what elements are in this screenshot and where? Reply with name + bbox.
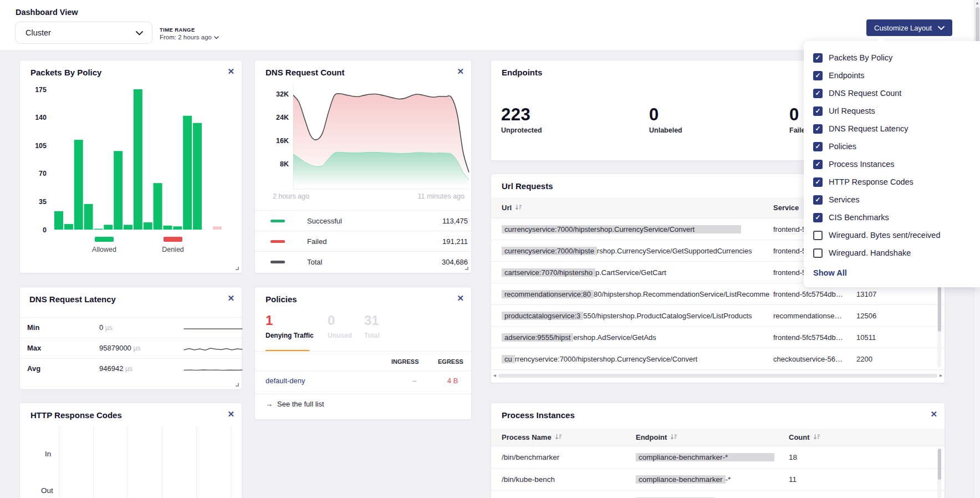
legend-row-failed: Failed 191,211: [255, 231, 471, 251]
table-vertical-scrollbar[interactable]: [937, 449, 941, 498]
checkbox[interactable]: [813, 142, 823, 151]
scroll-right-icon[interactable]: ▸: [940, 373, 942, 378]
scrollbar-track[interactable]: [498, 374, 937, 378]
scrollbar-thumb[interactable]: [938, 449, 941, 480]
svg-text:24K: 24K: [276, 114, 289, 121]
checkbox[interactable]: [813, 248, 823, 258]
url-table-row[interactable]: productcatalogservice:3550/hipstershop.P…: [491, 305, 945, 327]
http-codes-chart: [59, 426, 234, 498]
url-highlight: adservice:9555/hipst: [502, 333, 573, 342]
resize-handle[interactable]: [236, 267, 239, 270]
panel-http-response-codes: HTTP Response Codes ✕ In Out: [19, 403, 242, 498]
checkbox[interactable]: [813, 177, 823, 187]
checkbox[interactable]: [813, 89, 823, 98]
process-table-row[interactable]: /bin/benchmarker compliance-benchmarker-…: [491, 446, 945, 469]
customize-layout-button[interactable]: Customize Layout: [866, 19, 952, 36]
column-header-ingress: INGRESS: [391, 358, 419, 365]
checkbox[interactable]: [813, 124, 823, 134]
time-range-value[interactable]: From: 2 hours ago: [160, 34, 219, 40]
panel-title: Policies: [266, 294, 297, 304]
checkbox[interactable]: [813, 160, 823, 169]
scroll-up-icon[interactable]: ▲: [975, 1, 979, 6]
menu-item-process-instances[interactable]: Process Instances: [813, 155, 980, 173]
checkbox[interactable]: [813, 213, 823, 222]
sort-icon: [515, 204, 522, 212]
checkbox[interactable]: [813, 231, 823, 240]
url-table-row[interactable]: adservice:9555/hipstershop.AdService/Get…: [491, 327, 945, 348]
view-selector-dropdown[interactable]: Cluster: [15, 22, 152, 44]
svg-text:70: 70: [39, 170, 47, 177]
menu-item-endpoints[interactable]: Endpoints: [813, 67, 980, 84]
svg-text:8K: 8K: [280, 160, 289, 168]
url-highlight: currencyservice:7000/hipstershop.Currenc…: [502, 225, 741, 233]
menu-item-policies[interactable]: Policies: [813, 138, 980, 155]
panel-policies: Policies ✕ 1 Denying Traffic 0 Unused 31…: [254, 287, 472, 420]
url-table-row[interactable]: currencyservice:7000/hipstershop.Currenc…: [491, 348, 945, 370]
svg-text:32K: 32K: [276, 90, 289, 98]
url-highlight: cu: [502, 355, 515, 363]
close-icon[interactable]: ✕: [227, 409, 234, 420]
resize-handle[interactable]: [465, 267, 468, 270]
legend-swatch-denied: [164, 237, 182, 242]
time-range-label: TIME RANGE: [160, 27, 219, 33]
process-table-row[interactable]: /bin/kube-bench compliance-benchmarker-*…: [491, 469, 945, 491]
endpoint-highlight: compliance-benchmarker-*: [636, 453, 774, 461]
close-icon[interactable]: ✕: [227, 66, 234, 77]
x-axis-label-end: 11 minutes ago: [417, 192, 465, 200]
checkbox[interactable]: [813, 106, 823, 116]
url-highlight: productcatalogservice:3: [502, 312, 583, 320]
service-cell: frontend-5fc5754db…: [773, 290, 856, 298]
close-icon[interactable]: ✕: [930, 409, 937, 420]
column-header-egress: EGRESS: [438, 358, 463, 365]
menu-item-services[interactable]: Services: [813, 191, 980, 209]
tab-unused[interactable]: 0 Unused: [328, 313, 352, 339]
checkbox[interactable]: [813, 53, 823, 63]
panel-title: HTTP Response Codes: [30, 410, 122, 420]
count-cell: 11: [789, 475, 945, 484]
tab-denying-traffic[interactable]: 1 Denying Traffic: [266, 313, 314, 339]
see-full-list-link[interactable]: → See the full list: [266, 400, 324, 408]
menu-item-dns-request-count[interactable]: DNS Request Count: [813, 84, 980, 102]
legend-swatch-total: [270, 261, 285, 263]
menu-item-packets-by-policy[interactable]: Packets By Policy: [813, 49, 980, 67]
close-icon[interactable]: ✕: [457, 66, 464, 77]
show-all-link[interactable]: Show All: [813, 268, 980, 277]
resize-handle[interactable]: [236, 383, 239, 387]
time-range-control: TIME RANGE From: 2 hours ago: [160, 27, 219, 40]
menu-item-wireguard-handshake[interactable]: Wireguard. Handshake: [813, 244, 980, 262]
url-highlight: cartservice:7070/hipstersho: [502, 268, 595, 277]
service-cell: recommendationse…: [773, 312, 856, 320]
close-icon[interactable]: ✕: [227, 293, 234, 304]
menu-item-wireguard-bytes[interactable]: Wireguard. Bytes sent/received: [813, 226, 980, 244]
menu-item-url-requests[interactable]: Url Requests: [813, 102, 980, 120]
column-header-process-name[interactable]: Process Name: [491, 433, 636, 442]
panel-dns-request-latency: DNS Request Latency ✕ Min 0 µs Max 95879…: [19, 287, 242, 390]
policy-ingress-value: –: [412, 377, 416, 385]
customize-layout-menu: Packets By Policy Endpoints DNS Request …: [804, 41, 980, 287]
panel-title: DNS Request Latency: [29, 294, 116, 304]
table-horizontal-scrollbar[interactable]: ◂ ▸: [493, 372, 942, 379]
url-highlight: recommendationservice:80: [502, 290, 594, 298]
panel-dns-request-count: DNS Request Count ✕ 8K16K24K32K 2 hours …: [254, 60, 472, 273]
panel-process-instances: Process Instances ✕ Process Name Endpoin…: [491, 403, 945, 498]
menu-item-cis-benchmarks[interactable]: CIS Benchmarks: [813, 209, 980, 226]
checkbox[interactable]: [813, 71, 823, 80]
close-icon[interactable]: ✕: [457, 293, 464, 304]
menu-item-dns-request-latency[interactable]: DNS Request Latency: [813, 120, 980, 138]
process-table-row[interactable]: benchmarker compliance-benchmarker-* 9: [491, 491, 945, 498]
column-header-url[interactable]: Url: [491, 204, 773, 212]
column-header-endpoint[interactable]: Endpoint: [636, 433, 789, 442]
latency-row-min: Min 0 µs: [20, 317, 242, 338]
endpoint-highlight: compliance-benchmarker: [636, 475, 726, 484]
tab-total[interactable]: 31 Total: [364, 313, 380, 339]
checkbox[interactable]: [813, 195, 823, 205]
legend-row-total: Total 304,686: [255, 251, 471, 272]
scroll-left-icon[interactable]: ◂: [493, 373, 496, 378]
policy-name-link[interactable]: default-deny: [266, 377, 305, 385]
dns-legend: Successful 113,475 Failed 191,211 Total …: [255, 210, 471, 272]
column-header-count[interactable]: Count: [789, 433, 945, 442]
count-cell: 18: [789, 453, 945, 461]
menu-item-http-response-codes[interactable]: HTTP Response Codes: [813, 173, 980, 191]
legend-swatch-allowed: [95, 237, 114, 242]
legend-item-allowed: Allowed: [82, 237, 126, 253]
